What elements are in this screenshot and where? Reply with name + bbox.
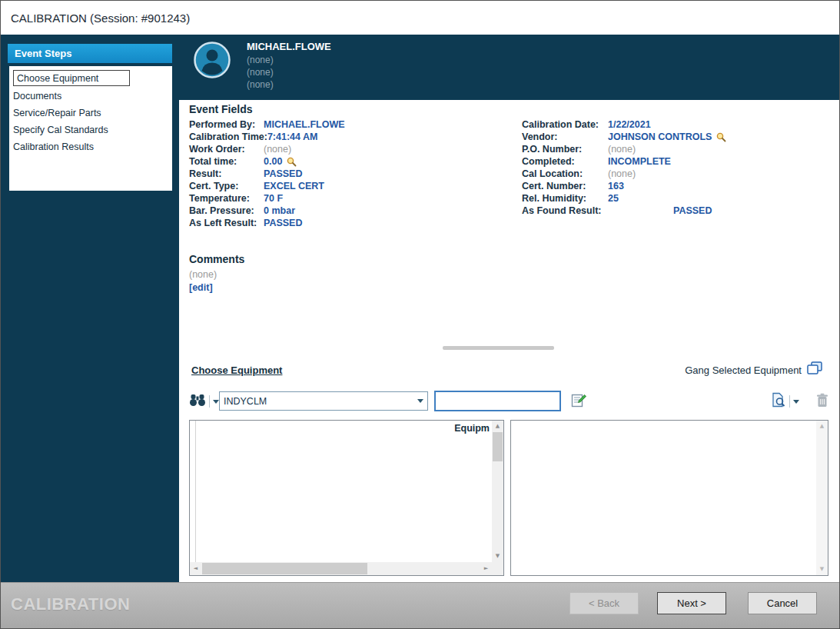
delete-trash-icon[interactable]: [816, 393, 828, 411]
field-value[interactable]: (none): [608, 168, 636, 179]
event-steps-header: Event Steps: [8, 44, 172, 63]
field-label: As Found Result:: [522, 205, 608, 216]
field-value[interactable]: 0.00: [264, 156, 282, 167]
window-title: CALIBRATION (Session: #901243): [11, 12, 190, 25]
field-rel-humidity: Rel. Humidity: 25: [522, 192, 837, 205]
scrollbar-corner: [492, 562, 503, 575]
vertical-scrollbar[interactable]: ▲ ▼: [816, 421, 828, 575]
step-calibration-results[interactable]: Calibration Results: [9, 138, 172, 155]
splitter-handle[interactable]: [443, 346, 554, 350]
binoculars-icon: [189, 394, 206, 410]
field-label: P.O. Number:: [522, 144, 608, 155]
field-value[interactable]: 7:41:44 AM: [267, 131, 318, 142]
scrollbar-thumb[interactable]: [493, 432, 503, 461]
event-fields-right-column: Calibration Date: 1/22/2021 Vendor: JOHN…: [522, 118, 837, 217]
vertical-scrollbar[interactable]: ▲ ▼: [492, 421, 503, 562]
field-value[interactable]: PASSED: [264, 168, 302, 179]
comments-value: (none): [189, 269, 244, 280]
field-performed-by: Performed By: MICHAEL.FLOWE: [189, 118, 516, 131]
equipment-grid[interactable]: Equipm ▲ ▼ ◄ ►: [189, 420, 504, 576]
field-value[interactable]: JOHNSON CONTROLS: [608, 131, 712, 142]
field-label: Performed By:: [189, 119, 264, 130]
field-temperature: Temperature: 70 F: [189, 192, 516, 205]
scrollbar-thumb[interactable]: [202, 563, 367, 574]
field-value[interactable]: 1/22/2021: [608, 119, 651, 130]
field-value[interactable]: 25: [608, 193, 619, 204]
comments-edit-link[interactable]: [edit]: [189, 282, 213, 293]
next-button[interactable]: Next >: [657, 592, 726, 614]
event-fields-left-column: Performed By: MICHAEL.FLOWE Calibration …: [189, 118, 516, 229]
event-fields-panel: Event Fields Performed By: MICHAEL.FLOWE…: [179, 100, 839, 354]
grid-column-header-equipment[interactable]: Equipm: [454, 423, 490, 434]
field-as-found-result: As Found Result: PASSED: [522, 205, 837, 217]
comments-title: Comments: [189, 253, 244, 265]
field-value[interactable]: 0 mbar: [264, 205, 295, 216]
back-button[interactable]: < Back: [569, 592, 639, 614]
field-vendor: Vendor: JOHNSON CONTROLS: [522, 131, 837, 143]
comments-section: Comments (none) [edit]: [189, 253, 244, 294]
horizontal-scrollbar[interactable]: ◄ ►: [190, 562, 492, 575]
preview-document-icon: [771, 392, 786, 411]
gang-selected-equipment-button[interactable]: Gang Selected Equipment: [685, 361, 822, 378]
selected-equipment-list[interactable]: ▲ ▼: [510, 420, 828, 576]
performed-by-name: MICHAEL.FLOWE: [247, 41, 331, 52]
find-equipment-split-button[interactable]: [187, 392, 221, 411]
field-cal-location: Cal Location: (none): [522, 168, 837, 180]
field-value[interactable]: (none): [264, 144, 291, 155]
field-value[interactable]: EXCEL CERT: [264, 181, 324, 191]
calibration-window: CALIBRATION (Session: #901243) Event Ste…: [0, 0, 840, 629]
choose-equipment-panel: Choose Equipment Gang Selected Equipment: [179, 354, 839, 582]
step-specify-cal-standards[interactable]: Specify Cal Standards: [9, 121, 172, 138]
vendor-lookup-icon[interactable]: [716, 132, 726, 142]
step-documents[interactable]: Documents: [9, 88, 172, 105]
scroll-up-icon[interactable]: ▲: [492, 421, 503, 432]
field-value[interactable]: 163: [608, 181, 624, 191]
field-label: Rel. Humidity:: [522, 193, 608, 204]
scroll-down-icon[interactable]: ▼: [816, 564, 828, 575]
preview-split-button[interactable]: [771, 392, 799, 411]
event-steps-list: Choose Equipment Documents Service/Repai…: [9, 66, 172, 191]
equipment-search-input[interactable]: [434, 391, 561, 411]
banner-subline: (none): [247, 67, 274, 78]
field-cert-type: Cert. Type: EXCEL CERT: [189, 180, 516, 192]
field-value[interactable]: PASSED: [264, 218, 302, 228]
calibration-watermark: CALIBRATION: [11, 594, 130, 614]
field-value[interactable]: (none): [608, 144, 636, 155]
field-label: Calibration Time:: [189, 131, 267, 142]
gang-equipment-icon: [807, 361, 822, 378]
field-label: Vendor:: [522, 131, 608, 142]
field-value[interactable]: PASSED: [673, 205, 712, 216]
step-service-repair-parts[interactable]: Service/Repair Parts: [9, 105, 172, 121]
step-choose-equipment[interactable]: Choose Equipment: [9, 68, 172, 88]
total-time-lookup-icon[interactable]: [287, 157, 297, 167]
field-label: As Left Result:: [189, 218, 264, 228]
field-label: Result:: [189, 168, 264, 179]
edit-list-icon[interactable]: [571, 393, 586, 411]
scroll-up-icon[interactable]: ▲: [816, 421, 828, 432]
field-total-time: Total time: 0.00: [189, 155, 516, 168]
scroll-left-icon[interactable]: ◄: [190, 562, 201, 575]
field-value[interactable]: 70 F: [264, 193, 283, 204]
field-po-number: P.O. Number: (none): [522, 143, 837, 155]
field-value[interactable]: MICHAEL.FLOWE: [264, 119, 345, 130]
cancel-button[interactable]: Cancel: [748, 592, 817, 614]
toolbar-divider: [209, 395, 210, 408]
field-work-order: Work Order: (none): [189, 143, 516, 155]
field-completed: Completed: INCOMPLETE: [522, 155, 837, 168]
equipment-filter-combo-value: INDYCLM: [220, 396, 413, 407]
combo-dropdown-icon[interactable]: [413, 392, 427, 410]
field-label: Cal Location:: [522, 168, 608, 179]
footer-bar: CALIBRATION < Back Next > Cancel: [1, 582, 839, 628]
equipment-filter-combo[interactable]: INDYCLM: [219, 391, 428, 411]
grid-header-row: Equipm: [190, 421, 492, 437]
user-avatar-icon: [194, 42, 231, 78]
step-choose-equipment-label: Choose Equipment: [13, 70, 130, 86]
chevron-down-icon: [417, 399, 423, 403]
scroll-down-icon[interactable]: ▼: [492, 551, 503, 562]
event-steps-header-label: Event Steps: [15, 48, 71, 59]
scroll-right-icon[interactable]: ►: [480, 562, 492, 575]
title-bar[interactable]: CALIBRATION (Session: #901243): [1, 1, 839, 35]
banner-subline: (none): [247, 79, 274, 90]
choose-equipment-title: Choose Equipment: [191, 364, 282, 376]
field-value[interactable]: INCOMPLETE: [608, 156, 671, 167]
